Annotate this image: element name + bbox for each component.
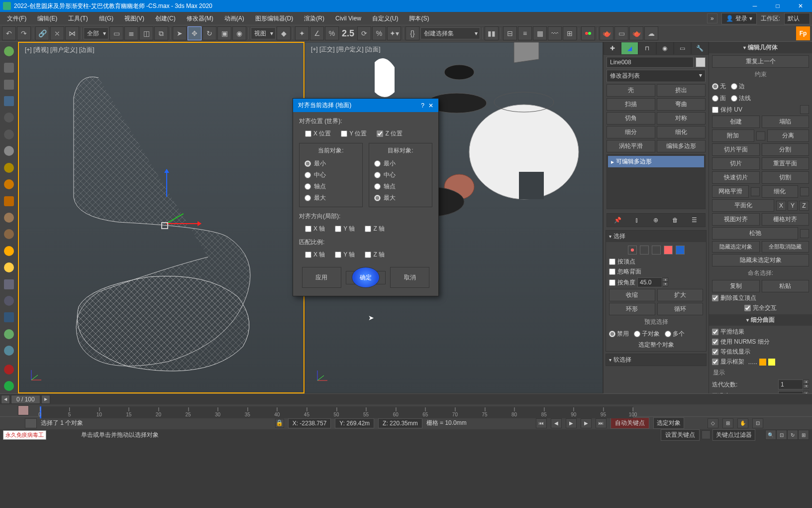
edit-named-sel-button[interactable]: {} [406, 26, 419, 40]
toggle-ribbon-button[interactable]: ▦ [533, 26, 547, 40]
slice-button[interactable]: 切片 [712, 157, 760, 170]
reset-plane-button[interactable]: 重置平面 [762, 157, 810, 170]
show-result-icon[interactable]: ⫿ [632, 216, 641, 225]
hand-icon[interactable] [1, 327, 17, 341]
tripod-icon[interactable] [1, 293, 17, 308]
smooth-result-checkbox[interactable] [712, 329, 718, 335]
border-subobj-icon[interactable] [652, 246, 661, 254]
key-mode-button[interactable] [18, 405, 29, 415]
time-ruler[interactable]: 0510152025303540455055606570758085909510… [40, 406, 633, 418]
tgt-pivot-radio[interactable] [374, 183, 381, 190]
menu-group[interactable]: 组(G) [94, 13, 118, 24]
cage-color1[interactable] [759, 359, 766, 366]
timeline-frame-display[interactable]: 0 / 100 [11, 395, 40, 404]
element-subobj-icon[interactable] [676, 246, 685, 254]
scale-y-checkbox[interactable] [335, 252, 341, 258]
dialog-close-icon[interactable]: ✕ [428, 102, 433, 109]
copy-sel-button[interactable]: 复制 [712, 280, 760, 292]
maxscript-button[interactable] [25, 418, 37, 428]
unhide-all-button[interactable]: 全部取消隐藏 [762, 241, 810, 253]
edge-subobj-icon[interactable] [640, 246, 649, 254]
render-button[interactable]: 🫖 [629, 26, 643, 40]
menu-animation[interactable]: 动画(A) [219, 13, 249, 24]
keyfilter-dropdown[interactable]: 关键点过滤器 [712, 429, 755, 441]
grid2-icon[interactable] [1, 310, 17, 325]
snap-toggle-button[interactable]: ✦ [295, 26, 309, 40]
modifier-list-dropdown[interactable]: 修改器列表▾ [607, 70, 706, 82]
named-sel-dropdown[interactable]: 创建选择集 [420, 27, 480, 39]
menu-civil-view[interactable]: Civil View [330, 13, 366, 23]
rotate-button[interactable]: ↻ [203, 26, 216, 40]
percent-snap-button[interactable]: % [325, 26, 339, 40]
goto-end-button[interactable]: ⏭ [596, 418, 607, 428]
goto-start-button[interactable]: ⏮ [536, 418, 547, 428]
autokey-button[interactable]: 自动关键点 [610, 417, 649, 429]
percent-icon[interactable]: % [372, 26, 386, 40]
selection-rollout-head[interactable]: 选择 [606, 231, 706, 242]
fp-button[interactable]: Fp [796, 26, 810, 40]
preserve-uv-checkbox[interactable] [712, 107, 718, 113]
by-vertex-checkbox[interactable] [609, 258, 615, 265]
menu-create[interactable]: 创建(C) [150, 13, 181, 24]
tessellate2-button[interactable]: 细化 [762, 185, 799, 198]
lock-button[interactable]: 🔒 [275, 419, 284, 428]
object-name-input[interactable] [607, 57, 694, 68]
link-button[interactable]: 🔗 [35, 26, 49, 40]
curve-editor-button[interactable]: 〰 [548, 26, 562, 40]
viewport-left-label[interactable]: [+] [透视] [用户定义] [边面] [25, 46, 95, 54]
dialog-help-icon[interactable]: ? [421, 102, 424, 109]
repeat-last-button[interactable]: 重复上一个 [712, 55, 809, 68]
schematic-button[interactable]: ⊞ [563, 26, 577, 40]
scale-x-checkbox[interactable] [305, 252, 311, 258]
preview-subobj-radio[interactable] [634, 331, 640, 337]
cur-center-radio[interactable] [304, 172, 311, 178]
tgt-min-radio[interactable] [374, 160, 381, 167]
box-icon[interactable] [1, 77, 17, 92]
align-button[interactable]: ⊟ [503, 26, 517, 40]
prev-frame-button[interactable]: ◀ [551, 418, 562, 428]
delete-iso-checkbox[interactable] [712, 295, 718, 301]
umbrella-icon[interactable] [1, 210, 17, 225]
cube3d-icon[interactable] [1, 277, 17, 291]
select-by-name-button[interactable]: ≣ [124, 26, 138, 40]
bend-button[interactable]: 弯曲 [657, 98, 706, 111]
relax-settings[interactable] [800, 229, 809, 238]
nav6[interactable]: ⊡ [776, 430, 787, 440]
grow-button[interactable]: 扩大 [657, 289, 704, 301]
z-pos-checkbox[interactable] [377, 130, 383, 137]
maximize-button[interactable]: □ [766, 0, 789, 12]
bug-icon[interactable] [1, 227, 17, 242]
key-icon[interactable] [702, 430, 710, 439]
move-button[interactable]: ✥ [188, 26, 202, 40]
hide-sel-button[interactable]: 隐藏选定对象 [712, 241, 760, 253]
window-crossing-button[interactable]: ⧉ [154, 26, 168, 40]
sweep-button[interactable]: 扫描 [607, 98, 655, 111]
show-cage-checkbox[interactable] [712, 359, 718, 365]
cur-min-radio[interactable] [304, 160, 311, 167]
constrain-normal-radio[interactable] [731, 95, 737, 102]
flame-icon[interactable] [1, 344, 17, 358]
key-filter-dropdown[interactable]: 选定对象 [653, 417, 684, 429]
grid-align-button[interactable]: 栅格对齐 [762, 213, 810, 226]
close-button[interactable]: ✕ [789, 0, 812, 12]
nav8[interactable]: ⊞ [798, 430, 809, 440]
cylinder-icon[interactable] [1, 160, 17, 175]
menu-scripting[interactable]: 脚本(S) [404, 13, 434, 24]
green-sphere-icon[interactable] [1, 379, 17, 393]
play-button[interactable]: ▶ [566, 418, 577, 428]
menu-views[interactable]: 视图(V) [119, 13, 149, 24]
panel-icon[interactable] [1, 94, 17, 108]
select-button[interactable]: ▭ [109, 26, 123, 40]
menu-customize[interactable]: 自定义(U) [367, 13, 404, 24]
shrink-button[interactable]: 收缩 [609, 289, 655, 301]
tgt-center-radio[interactable] [374, 172, 381, 178]
preserve-uv-settings[interactable] [800, 105, 809, 114]
editpoly-button[interactable]: 编辑多边形 [657, 140, 706, 152]
material-editor-button[interactable] [581, 26, 595, 40]
ok-button[interactable]: 确定 [352, 267, 380, 288]
cur-max-radio[interactable] [304, 195, 311, 201]
full-interactivity-checkbox[interactable] [744, 305, 751, 311]
nav3[interactable]: ✋ [737, 418, 748, 428]
y-pos-checkbox[interactable] [341, 130, 347, 137]
modifier-stack[interactable]: 可编辑多边形 [607, 154, 706, 209]
